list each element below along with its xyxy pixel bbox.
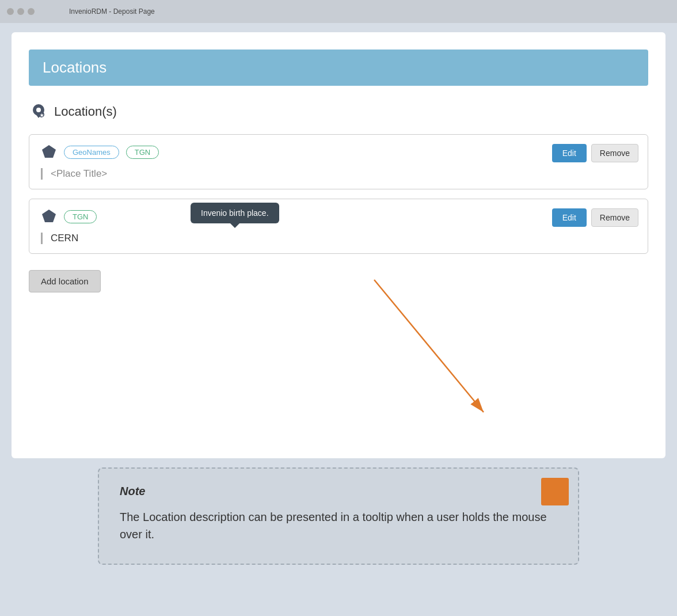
location-icon-1	[41, 144, 57, 160]
note-text: The Location description can be presente…	[120, 508, 557, 543]
svg-text:★: ★	[40, 113, 44, 118]
title-bar: InvenioRDM - Deposit Page	[0, 0, 677, 23]
location-card-2-header: TGN	[41, 208, 636, 225]
locations-heading: ★ Location(s)	[29, 102, 648, 121]
location-card-1: GeoNames TGN Edit Remove <Place Title>	[29, 134, 648, 189]
edit-button-2[interactable]: Edit	[552, 208, 587, 227]
section-header: Locations	[29, 50, 648, 86]
location-card-2-actions: Edit Remove	[552, 208, 638, 227]
window-dot-2	[17, 8, 24, 15]
location-card-2: Invenio birth place. TGN Edit Remove CER…	[29, 199, 648, 254]
page-title: InvenioRDM - Deposit Page	[69, 7, 155, 16]
window-controls	[7, 8, 35, 15]
badge-tgn-2: TGN	[64, 210, 97, 223]
badge-tgn-1: TGN	[126, 146, 159, 159]
remove-button-2[interactable]: Remove	[591, 208, 638, 227]
svg-line-8	[374, 280, 484, 412]
section-header-title: Locations	[43, 59, 107, 76]
svg-marker-6	[42, 210, 56, 222]
note-title: Note	[120, 485, 557, 498]
place-title-2: CERN	[41, 233, 636, 244]
edit-button-1[interactable]: Edit	[552, 144, 587, 162]
location-section-icon: ★	[29, 102, 48, 121]
badge-geonames: GeoNames	[64, 146, 119, 159]
location-card-1-header: GeoNames TGN	[41, 144, 636, 160]
tooltip-bubble: Invenio birth place.	[191, 203, 279, 223]
window-dot-3	[28, 8, 35, 15]
add-location-button[interactable]: Add location	[29, 270, 101, 292]
location-icon-2	[41, 208, 57, 225]
tooltip-arrow	[230, 223, 239, 228]
place-title-1: <Place Title>	[41, 168, 636, 180]
remove-button-1[interactable]: Remove	[591, 144, 638, 162]
note-section: Note The Location description can be pre…	[98, 467, 579, 565]
location-card-1-actions: Edit Remove	[552, 144, 638, 162]
window-dot-1	[7, 8, 14, 15]
locations-section-title: Location(s)	[54, 104, 117, 119]
orange-square-marker	[541, 478, 569, 505]
tooltip-text: Invenio birth place.	[201, 208, 269, 218]
note-box: Note The Location description can be pre…	[98, 467, 579, 565]
svg-point-1	[36, 108, 41, 112]
svg-marker-5	[42, 145, 56, 158]
